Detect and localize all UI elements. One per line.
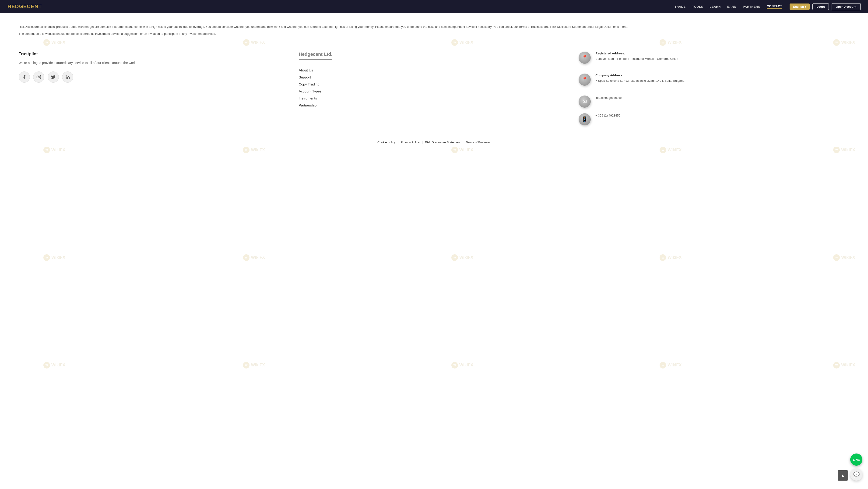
footer-link-copy-trading[interactable]: Copy Trading: [299, 82, 319, 86]
login-button[interactable]: Login: [812, 3, 829, 10]
nav-links: TRADE TOOLS LEARN EARN PARTNERS CONTACT: [675, 4, 782, 9]
list-item: About Us: [299, 68, 569, 73]
facebook-icon[interactable]: [19, 71, 30, 83]
phone-value: + 359 (2) 4928450: [595, 113, 620, 118]
registered-address-row: 📍 Registered Address: Bonovo Road – Fomb…: [579, 52, 849, 68]
footer-right: 📍 Registered Address: Bonovo Road – Fomb…: [579, 52, 849, 131]
nav-earn[interactable]: EARN: [727, 5, 736, 8]
main-content: RiskDisclosure: all financial products t…: [0, 13, 868, 136]
footer-company-name: Hedgecent Ltd.: [299, 52, 332, 60]
email-icon: ✉: [579, 95, 591, 108]
list-item: Support: [299, 75, 569, 79]
svg-rect-0: [37, 75, 41, 79]
disclaimer-text-1: RiskDisclosure: all financial products t…: [19, 24, 849, 29]
footer-link-partnership[interactable]: Partnership: [299, 103, 317, 107]
company-address-item: Company Address: 7 Spas Sokolov Str., Fl…: [595, 74, 684, 83]
navbar-actions: English ▾ Login Open Account: [789, 3, 861, 10]
separator-1: |: [398, 141, 398, 144]
nav-trade[interactable]: TRADE: [675, 5, 685, 8]
social-icons: [19, 71, 289, 83]
registered-address-value: Bonovo Road – Fomboni – Island of Mohéli…: [595, 57, 678, 61]
location-icon-2: 📍: [579, 74, 591, 86]
trustpilot-title: Trustpilot: [19, 52, 289, 57]
nav-tools[interactable]: TOOLS: [692, 5, 703, 8]
email-value: info@hedgecent.com: [595, 95, 624, 100]
separator-2: |: [422, 141, 423, 144]
language-label: English: [793, 5, 804, 8]
registered-address-label: Registered Address:: [595, 52, 678, 55]
list-item: Partnership: [299, 103, 569, 108]
logo-accent: CENT: [27, 3, 42, 9]
terms-of-business-link[interactable]: Terms of Business: [466, 141, 491, 144]
language-button[interactable]: English ▾: [789, 3, 810, 10]
disclaimer-section: RiskDisclosure: all financial products t…: [19, 21, 849, 42]
svg-rect-3: [66, 76, 66, 79]
nav-partners[interactable]: PARTNERS: [743, 5, 761, 8]
svg-point-4: [66, 75, 66, 76]
footer-link-instruments[interactable]: Instruments: [299, 96, 317, 100]
location-icon: 📍: [579, 52, 591, 64]
registered-address-item: Registered Address: Bonovo Road – Fombon…: [595, 52, 678, 61]
trustpilot-description: We're aiming to provide extraordinary se…: [19, 60, 289, 66]
footer-link-about[interactable]: About Us: [299, 68, 313, 72]
separator-3: |: [463, 141, 464, 144]
footer-link-support[interactable]: Support: [299, 75, 311, 79]
company-address-label: Company Address:: [595, 74, 684, 77]
list-item: Instruments: [299, 96, 569, 100]
privacy-policy-link[interactable]: Privacy Policy: [401, 141, 420, 144]
cookie-policy-link[interactable]: Cookie policy: [377, 141, 395, 144]
footer-section: Trustpilot We're aiming to provide extra…: [19, 42, 849, 136]
footer-middle: Hedgecent Ltd. About Us Support Copy Tra…: [299, 52, 569, 131]
linkedin-icon[interactable]: [62, 71, 73, 83]
svg-point-1: [38, 76, 40, 78]
nav-contact[interactable]: CONTACT: [767, 4, 782, 9]
phone-icon: 📱: [579, 113, 591, 125]
navbar: HEDGECENT TRADE TOOLS LEARN EARN PARTNER…: [0, 0, 868, 13]
list-item: Copy Trading: [299, 82, 569, 86]
company-address-row: 📍 Company Address: 7 Spas Sokolov Str., …: [579, 74, 849, 90]
chevron-down-icon: ▾: [805, 5, 806, 8]
open-account-button[interactable]: Open Account: [832, 3, 861, 10]
logo[interactable]: HEDGECENT: [7, 3, 42, 9]
svg-point-2: [40, 76, 40, 76]
instagram-icon[interactable]: [33, 71, 44, 83]
logo-text: HEDGE: [7, 3, 27, 9]
nav-learn[interactable]: LEARN: [710, 5, 721, 8]
phone-item: + 359 (2) 4928450: [595, 113, 620, 118]
footer-links-list: About Us Support Copy Trading Account Ty…: [299, 68, 569, 108]
disclaimer-text-2: The content on this website should not b…: [19, 31, 849, 36]
company-address-value: 7 Spas Sokolov Str., Fl:3, Manastirski L…: [595, 79, 684, 83]
footer-link-account-types[interactable]: Account Types: [299, 89, 321, 93]
email-item: info@hedgecent.com: [595, 95, 624, 100]
risk-disclosure-link[interactable]: Risk Disclosure Statement: [425, 141, 461, 144]
twitter-icon[interactable]: [48, 71, 59, 83]
bottom-bar: Cookie policy | Privacy Policy | Risk Di…: [0, 136, 868, 149]
list-item: Account Types: [299, 89, 569, 93]
footer-left: Trustpilot We're aiming to provide extra…: [19, 52, 289, 131]
email-row: ✉ info@hedgecent.com: [579, 95, 849, 108]
phone-row: 📱 + 359 (2) 4928450: [579, 113, 849, 125]
